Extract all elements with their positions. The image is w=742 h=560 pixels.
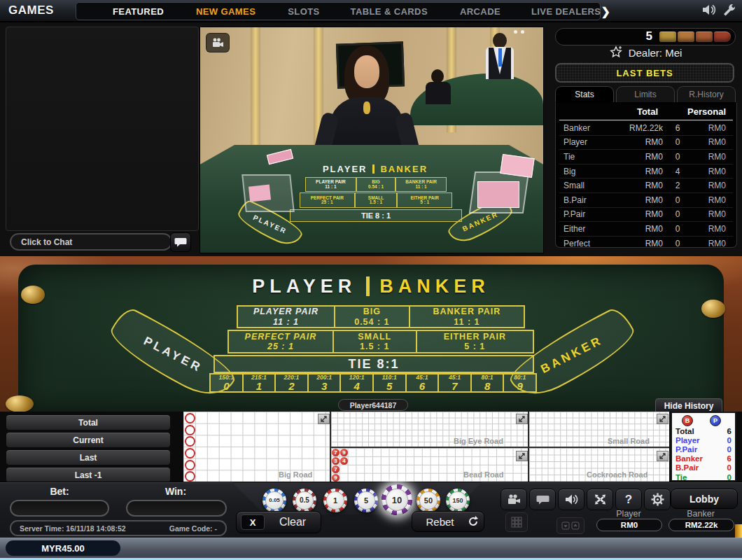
repeat-arrow-icon [468,516,479,527]
favorite-star-icon[interactable] [609,46,623,59]
nav-item-slots[interactable]: SLOTS [288,6,319,17]
title-divider [366,276,370,296]
camera-switch-button[interactable] [206,33,230,52]
nav-item-arcade[interactable]: ARCADE [460,6,500,17]
big-road-mark [185,460,195,470]
gear-icon [651,493,664,506]
clear-button[interactable]: X Clear [236,511,321,533]
speaker-icon [564,493,579,505]
video-banker-label: BANKER [380,164,428,174]
table-title: PLAYER BANKER [210,274,532,298]
control-bar: Bet: Win: Server Time: 16/11/18 14:08:52… [0,482,742,538]
last-bets-button[interactable]: LAST BETS [555,63,734,83]
nav-item-featured[interactable]: FEATURED [113,6,164,17]
chip-0.5[interactable]: 0.5 [293,489,316,512]
chat-input[interactable] [10,233,172,251]
chip-0.05[interactable]: 0.05 [262,489,286,512]
sound-button[interactable] [558,489,584,510]
status-bar: MYR45.00 [0,538,742,559]
settings-button[interactable] [644,489,671,510]
server-info: Server Time: 16/11/18 14:08:52 Game Code… [10,520,227,536]
question-mark-icon: ? [625,493,632,507]
chat-bubble-icon [536,495,550,505]
video-bet-row1: PLAYER PAIR11 : 1 BIG0.54 : 1 BANKER PAI… [305,177,447,192]
settings-wrench-icon[interactable] [722,3,736,20]
timer-segment [714,31,731,42]
decor-glow [735,524,742,538]
stats-row: PerfectRM00RM0 [559,236,733,251]
staff-tie [498,48,502,66]
bet-spot-tie-3[interactable]: 200:13 [307,373,342,393]
bet-spot-perfect-pair[interactable]: PERFECT PAIR 25 : 1 [227,330,334,354]
bet-spot-tie-4[interactable]: 120:14 [340,373,374,393]
volume-icon[interactable] [701,4,717,19]
road-view-total[interactable]: Total [6,414,171,430]
bet-spot-tie-2[interactable]: 220:12 [274,373,309,393]
nav-item-live-dealers[interactable]: LIVE DEALERS [531,6,601,17]
clear-label: Clear [265,516,321,528]
chip-50[interactable]: 50 [416,489,440,512]
expand-cockroach-road-icon[interactable] [657,451,668,461]
bet-spot-player-pair[interactable]: PLAYER PAIR 11 : 1 [237,305,335,328]
chip-5[interactable]: 5 [354,489,378,512]
chat-toggle-button[interactable] [529,489,556,510]
small-road-label: Small Road [608,437,650,445]
ceiling-light [521,30,524,34]
timer-segment [678,31,694,42]
tab-rhistory[interactable]: R.History [677,86,736,102]
chat-send-button[interactable] [170,232,191,252]
road-view-current[interactable]: Current [6,432,171,448]
big-road-label: Big Road [279,470,312,479]
expand-small-road-icon[interactable] [657,414,668,424]
bet-spot-tie[interactable]: TIE 8:1 [214,355,534,373]
tab-stats[interactable]: Stats [555,86,614,102]
bet-spot-tie-1[interactable]: 215:11 [242,373,276,393]
bet-spot-tie-7[interactable]: 45:17 [438,373,472,393]
video-toggle-button[interactable] [500,489,527,510]
player-total-value: RM0 [596,519,662,531]
banker-title: BANKER [379,276,490,298]
bet-spot-either-pair[interactable]: EITHER PAIR 5 : 1 [416,330,534,354]
bet-spot-small[interactable]: SMALL 1.5 : 1 [332,330,417,354]
dealer-name: Dealer: Mei [629,47,682,59]
stats-row: BankerRM2.22k6RM0 [559,120,733,135]
games-logo: GAMES [8,4,54,18]
bet-spot-tie-8[interactable]: 80:18 [470,373,505,393]
bet-timer: 5 [555,28,736,46]
chip-1[interactable]: 1 [323,489,347,512]
bet-spot-tie-6[interactable]: 45:16 [405,373,440,393]
bet-spot-tie-5[interactable]: 110:15 [372,373,407,393]
stats-row: B.PairRM00RM0 [559,192,733,207]
stats-row: EitherRM00RM0 [559,221,733,236]
nav-item-new-games[interactable]: NEW GAMES [196,6,255,17]
nav-item-table-cards[interactable]: TABLE & CARDS [351,6,428,17]
stats-row: SmallRM02RM0 [559,178,733,192]
fullscreen-arrows-icon [594,493,607,505]
nav-more-chevron-icon[interactable]: ❯ [601,5,610,18]
bead-road-mark: 4 [340,457,348,465]
minimize-panels-button[interactable] [556,517,584,534]
summary-row: Tie0 [672,472,735,482]
chip-150[interactable]: 150 [446,489,470,512]
expand-bead-road-icon[interactable] [516,451,528,461]
bead-road-label: Bead Road [463,470,503,479]
fullscreen-button[interactable] [587,489,613,510]
bet-spot-banker-pair[interactable]: BANKER PAIR 11 : 1 [409,305,525,328]
video-player-label: PLAYER [323,164,368,174]
decor [251,27,260,150]
lobby-button[interactable]: Lobby [671,489,738,509]
road-view-last[interactable]: Last [6,449,171,465]
video-bet-row2: PERFECT PAIR25 : 1 SMALL1.5 : 1 EITHER P… [300,192,452,208]
expand-big-road-icon[interactable] [318,414,330,424]
banker-total-label: Banker [668,509,733,519]
live-video-feed: PLAYER BANKER PLAYER PAIR11 : 1 BIG0.54 … [200,27,544,253]
rebet-button[interactable]: Rebet [412,511,484,532]
roadmap-grid-button[interactable] [505,512,528,532]
help-button[interactable]: ? [615,489,642,510]
tab-limits[interactable]: Limits [616,86,675,102]
big-road-mark [185,425,195,435]
bet-spot-big[interactable]: BIG 0.54 : 1 [334,305,410,328]
road-view-last-1[interactable]: Last -1 [6,467,171,483]
chip-10-selected[interactable]: 10 [382,484,412,515]
expand-big-eye-road-icon[interactable] [516,414,528,424]
